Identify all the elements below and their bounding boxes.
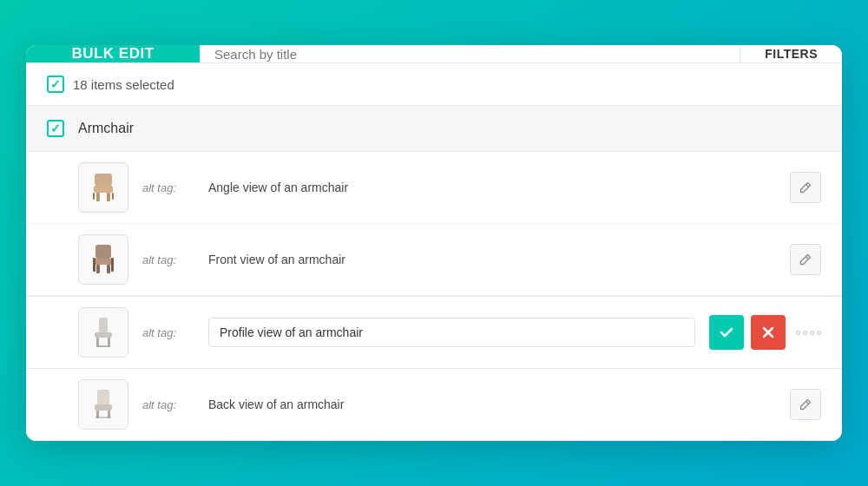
- drag-handle[interactable]: [796, 331, 821, 335]
- edit-button[interactable]: [790, 389, 821, 420]
- svg-rect-17: [108, 338, 110, 346]
- chair-icon: [84, 313, 122, 351]
- svg-rect-12: [111, 258, 114, 272]
- dot: [803, 331, 807, 335]
- item-thumbnail: [78, 162, 128, 213]
- chair-icon: [84, 240, 122, 279]
- select-all-checkbox[interactable]: ✓: [47, 76, 64, 93]
- item-thumbnail: [78, 307, 128, 358]
- table-row: alt tag: Back view of an armchair: [26, 369, 842, 441]
- category-row: ✓ Armchair: [26, 106, 842, 152]
- table-row: alt tag:: [26, 296, 842, 369]
- svg-rect-11: [93, 258, 95, 272]
- search-area: [200, 45, 740, 62]
- alt-text: Back view of an armchair: [208, 397, 776, 411]
- bulk-edit-label: BULK EDIT: [71, 45, 154, 62]
- svg-rect-2: [96, 193, 100, 201]
- items-list: alt tag: Angle view of an armchair: [26, 152, 842, 441]
- svg-rect-7: [95, 245, 111, 259]
- svg-rect-8: [94, 259, 113, 265]
- svg-rect-0: [95, 174, 112, 186]
- x-icon: [760, 325, 776, 340]
- modal-header: BULK EDIT FILTERS: [26, 45, 842, 63]
- alt-tag-label: alt tag:: [142, 398, 194, 411]
- dot: [817, 331, 821, 335]
- chair-icon: [84, 168, 122, 207]
- item-thumbnail: [78, 234, 128, 285]
- alt-text: Angle view of an armchair: [208, 181, 776, 194]
- svg-rect-21: [97, 390, 109, 405]
- alt-text-input[interactable]: [208, 318, 695, 347]
- action-buttons: [709, 315, 821, 350]
- chair-icon: [84, 385, 122, 424]
- alt-tag-label: alt tag:: [142, 181, 194, 194]
- svg-line-26: [806, 402, 809, 404]
- bulk-edit-modal: BULK EDIT FILTERS ✓ 18 items selected ✓ …: [26, 45, 842, 441]
- svg-rect-9: [96, 265, 100, 273]
- selection-count: 18 items selected: [73, 77, 174, 92]
- checkmark-icon: ✓: [50, 77, 61, 91]
- edit-button[interactable]: [790, 172, 821, 203]
- svg-rect-16: [96, 338, 99, 346]
- dot: [810, 331, 814, 335]
- cancel-button[interactable]: [751, 315, 786, 350]
- edit-button[interactable]: [790, 244, 821, 275]
- confirm-button[interactable]: [709, 315, 744, 350]
- search-input[interactable]: [214, 47, 726, 62]
- table-row: alt tag: Front view of an armchair: [26, 224, 842, 296]
- svg-rect-4: [93, 193, 95, 200]
- pencil-icon: [799, 253, 812, 266]
- checkmark-icon: ✓: [50, 122, 61, 135]
- bulk-edit-button[interactable]: BULK EDIT: [26, 45, 200, 62]
- category-name: Armchair: [78, 121, 134, 136]
- item-thumbnail: [78, 379, 128, 430]
- alt-tag-label: alt tag:: [142, 326, 194, 339]
- svg-line-6: [806, 185, 809, 187]
- svg-line-13: [806, 257, 809, 259]
- alt-tag-label: alt tag:: [142, 253, 194, 266]
- svg-rect-22: [95, 404, 112, 410]
- svg-rect-10: [107, 265, 110, 273]
- pencil-icon: [799, 398, 812, 410]
- svg-rect-15: [95, 332, 112, 338]
- check-icon: [719, 325, 734, 340]
- filters-label: FILTERS: [765, 47, 818, 61]
- svg-rect-5: [112, 193, 114, 200]
- category-checkbox[interactable]: ✓: [47, 120, 64, 137]
- pencil-icon: [799, 181, 812, 194]
- svg-rect-3: [107, 193, 110, 201]
- table-row: alt tag: Angle view of an armchair: [26, 152, 842, 224]
- alt-text: Front view of an armchair: [208, 253, 776, 266]
- selection-bar: ✓ 18 items selected: [26, 63, 842, 106]
- filters-button[interactable]: FILTERS: [740, 45, 842, 62]
- dot: [796, 331, 800, 335]
- svg-rect-1: [94, 186, 113, 193]
